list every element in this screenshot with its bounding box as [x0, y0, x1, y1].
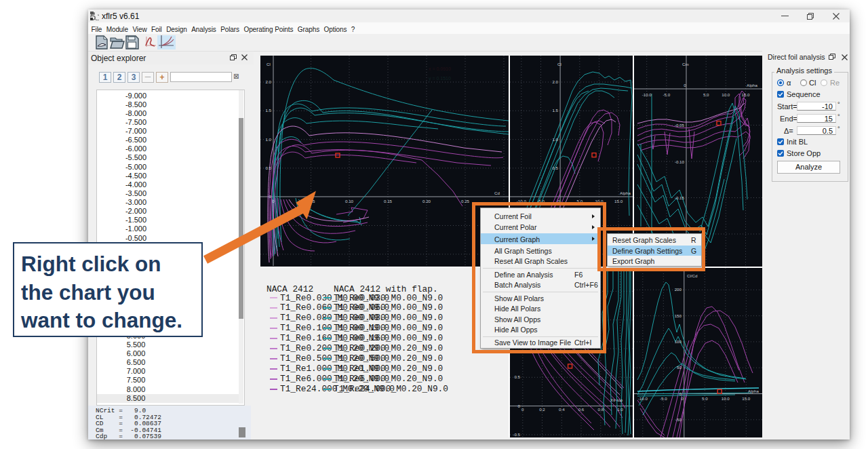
svg-text:Cl: Cl [267, 62, 271, 66]
svg-text:0.20: 0.20 [422, 199, 431, 203]
svg-text:Cl: Cl [557, 62, 561, 66]
svg-text:Cm: Cm [682, 62, 689, 66]
svg-text:1.0: 1.0 [265, 137, 271, 142]
svg-text:0.6: 0.6 [578, 407, 585, 412]
svg-text:-10.0: -10.0 [642, 92, 652, 97]
svg-text:0.10: 0.10 [345, 199, 354, 203]
svg-text:10.0: 10.0 [722, 92, 730, 97]
svg-text:-10.0: -10.0 [638, 396, 648, 401]
svg-text:-0.10: -0.10 [675, 159, 685, 164]
svg-text:0: 0 [679, 391, 682, 396]
svg-text:1.0: 1.0 [617, 407, 623, 412]
svg-text:Cl/Cd: Cl/Cd [687, 273, 698, 278]
svg-text:15.0: 15.0 [742, 396, 751, 401]
svg-text:0.15: 0.15 [384, 199, 393, 203]
svg-text:-0.15: -0.15 [675, 195, 685, 200]
svg-text:5.0: 5.0 [703, 92, 709, 97]
svg-text:0.8: 0.8 [597, 407, 604, 412]
svg-text:-50: -50 [675, 417, 682, 422]
svg-text:10.0: 10.0 [722, 396, 730, 401]
svg-text:Alpha: Alpha [748, 389, 759, 393]
svg-text:50: 50 [677, 365, 682, 370]
svg-text:0: 0 [518, 404, 521, 408]
svg-text:15.0: 15.0 [741, 92, 750, 97]
svg-text:Alpha: Alpha [747, 83, 757, 87]
svg-text:5.0: 5.0 [702, 396, 708, 401]
svg-text:100: 100 [675, 339, 682, 344]
svg-text:Xtr top: Xtr top [610, 397, 623, 402]
svg-text:0.5: 0.5 [265, 165, 271, 170]
svg-text:-0.5: -0.5 [513, 432, 520, 437]
svg-text:0.4: 0.4 [559, 407, 565, 412]
svg-text:0: 0 [681, 396, 684, 401]
svg-text:1.5: 1.5 [552, 108, 558, 113]
svg-text:0: 0 [684, 83, 686, 87]
svg-text:x = 0.0910: x = 0.0910 [429, 66, 451, 71]
svg-text:15.0: 15.0 [614, 199, 623, 203]
svg-text:0.5: 0.5 [552, 165, 558, 170]
svg-text:2.0: 2.0 [265, 79, 271, 84]
svg-text:0: 0 [521, 407, 524, 412]
svg-text:-5.0: -5.0 [663, 92, 671, 97]
svg-text:-0.05: -0.05 [675, 123, 685, 128]
svg-text:-5.0: -5.0 [660, 396, 667, 401]
svg-text:1.0: 1.0 [552, 137, 558, 142]
svg-text:Cd: Cd [494, 191, 500, 195]
svg-text:Alpha: Alpha [620, 191, 631, 195]
svg-text:1.5: 1.5 [265, 108, 271, 113]
svg-text:150: 150 [675, 313, 682, 318]
svg-text:y = 0.1510: y = 0.1510 [429, 76, 451, 81]
svg-text:0.2: 0.2 [539, 407, 545, 412]
svg-text:0.25: 0.25 [461, 199, 470, 203]
svg-text:200: 200 [675, 287, 682, 292]
svg-text:2.0: 2.0 [552, 79, 558, 84]
svg-text:0.5: 0.5 [514, 374, 520, 379]
